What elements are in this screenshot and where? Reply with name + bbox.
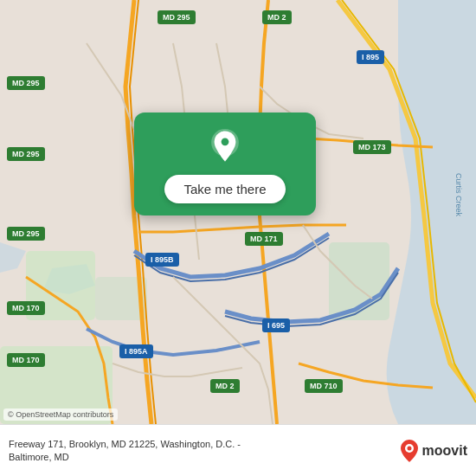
moovit-pin-icon [400, 439, 419, 463]
map-container: Curtis Creek MD 295 MD 2 I 895 MD 295 MD… [0, 0, 476, 424]
footer-content: Freeway 171, Brooklyn, MD 21225, Washing… [9, 438, 400, 463]
address-block: Freeway 171, Brooklyn, MD 21225, Washing… [9, 438, 400, 463]
address-line2: Baltimore, MD [9, 451, 400, 463]
road-label-i895-top: I 895 [357, 50, 384, 64]
road-label-md710: MD 710 [305, 379, 343, 393]
location-banner: Take me there [134, 113, 316, 215]
road-label-md295-top: MD 295 [158, 10, 196, 24]
road-label-i895a: I 895A [119, 344, 153, 358]
road-label-i695: I 695 [262, 318, 290, 332]
footer: Freeway 171, Brooklyn, MD 21225, Washing… [0, 424, 476, 476]
osm-attribution: © OpenStreetMap contributors [3, 408, 118, 421]
road-label-md295-low: MD 295 [7, 227, 45, 241]
road-label-md173: MD 173 [353, 140, 391, 154]
svg-text:Curtis Creek: Curtis Creek [454, 173, 463, 217]
road-label-md170-2: MD 170 [7, 353, 45, 367]
take-me-there-button[interactable]: Take me there [164, 175, 285, 203]
svg-point-10 [407, 446, 411, 450]
road-label-md295-mid1: MD 295 [7, 76, 45, 90]
road-label-md170-1: MD 170 [7, 301, 45, 315]
svg-point-8 [222, 138, 229, 145]
road-label-md171: MD 171 [245, 232, 283, 246]
moovit-brand-text: moovit [422, 443, 467, 459]
address-line1: Freeway 171, Brooklyn, MD 21225, Washing… [9, 438, 400, 450]
road-label-md2-top: MD 2 [262, 10, 292, 24]
location-pin-icon [206, 128, 244, 166]
road-label-md295-mid2: MD 295 [7, 147, 45, 161]
moovit-logo: moovit [400, 439, 467, 463]
road-label-i895b: I 895B [145, 253, 179, 267]
road-label-md2-bot: MD 2 [210, 379, 240, 393]
